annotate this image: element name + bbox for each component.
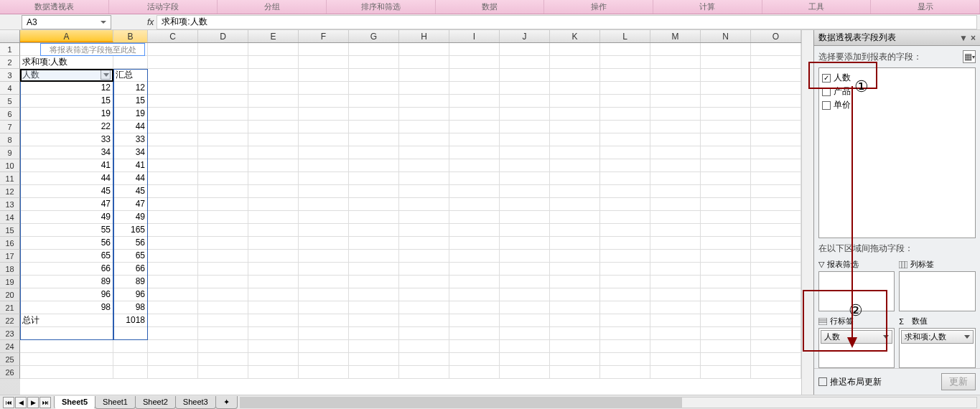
chevron-down-icon[interactable] <box>964 335 970 339</box>
filter-drop-area[interactable] <box>818 271 895 311</box>
cell[interactable] <box>650 133 701 146</box>
cell[interactable]: 19 <box>113 108 148 121</box>
horizontal-scrollbar[interactable] <box>240 397 977 408</box>
cell[interactable]: 19 <box>20 108 113 121</box>
fx-label[interactable]: fx <box>147 17 154 27</box>
cell[interactable] <box>148 95 198 108</box>
cell[interactable] <box>701 133 751 146</box>
cell[interactable] <box>600 108 650 121</box>
cell[interactable]: 34 <box>113 146 148 159</box>
cell[interactable] <box>600 82 650 95</box>
cell[interactable] <box>550 95 600 108</box>
cell[interactable] <box>650 340 701 353</box>
cell[interactable] <box>500 314 550 327</box>
cell[interactable] <box>650 82 701 95</box>
cell[interactable] <box>550 159 600 172</box>
cell[interactable] <box>650 185 701 198</box>
cell[interactable] <box>701 95 751 108</box>
cell[interactable] <box>349 133 399 146</box>
cell[interactable]: 15 <box>113 95 148 108</box>
cell[interactable] <box>751 288 801 301</box>
cell[interactable]: 41 <box>20 159 113 172</box>
cell[interactable] <box>299 263 349 276</box>
ribbon-tab[interactable]: 排序和筛选 <box>327 0 436 14</box>
cell[interactable] <box>198 288 248 301</box>
cell[interactable] <box>449 172 500 185</box>
cell[interactable] <box>349 276 399 288</box>
cell[interactable] <box>650 224 701 237</box>
cell[interactable] <box>449 69 500 82</box>
cell[interactable] <box>751 276 801 288</box>
cell[interactable] <box>600 366 650 379</box>
cell[interactable] <box>600 353 650 366</box>
cell[interactable] <box>600 56 650 69</box>
cell[interactable] <box>701 288 751 301</box>
cell[interactable] <box>349 366 399 379</box>
row-header[interactable]: 1 <box>0 43 20 56</box>
cell[interactable] <box>449 288 500 301</box>
cell[interactable] <box>148 172 198 185</box>
cell[interactable] <box>701 82 751 95</box>
cell[interactable] <box>751 263 801 276</box>
cell[interactable] <box>550 198 600 211</box>
pivot-filter-drop-hint[interactable]: 将报表筛选字段拖至此处 <box>40 43 145 56</box>
cell[interactable] <box>248 121 299 133</box>
cell[interactable] <box>349 211 399 224</box>
cell[interactable] <box>349 121 399 133</box>
cell[interactable] <box>399 172 449 185</box>
cell[interactable]: 求和项:人数 <box>20 56 113 69</box>
cell[interactable] <box>248 69 299 82</box>
cell[interactable] <box>399 340 449 353</box>
cell[interactable] <box>500 263 550 276</box>
cell[interactable] <box>550 211 600 224</box>
cell[interactable] <box>500 121 550 133</box>
cell[interactable] <box>299 314 349 327</box>
column-header[interactable]: N <box>701 30 751 42</box>
cell[interactable] <box>701 56 751 69</box>
cell[interactable] <box>20 340 113 353</box>
cell[interactable] <box>399 133 449 146</box>
cell[interactable] <box>449 314 500 327</box>
cell[interactable] <box>299 43 349 56</box>
cell[interactable] <box>299 133 349 146</box>
sheet-tab[interactable]: Sheet5 <box>54 396 95 409</box>
cell[interactable] <box>148 69 198 82</box>
cell[interactable] <box>198 108 248 121</box>
select-all-corner[interactable] <box>0 30 20 42</box>
cell[interactable]: 22 <box>20 121 113 133</box>
cell[interactable] <box>198 121 248 133</box>
cell[interactable] <box>299 276 349 288</box>
cell[interactable] <box>600 263 650 276</box>
cell[interactable] <box>248 172 299 185</box>
cell[interactable] <box>399 237 449 250</box>
cell[interactable] <box>449 250 500 263</box>
cell[interactable] <box>449 121 500 133</box>
cell[interactable] <box>751 185 801 198</box>
row-header[interactable]: 10 <box>0 159 20 172</box>
sheet-tab[interactable]: Sheet3 <box>175 396 216 409</box>
cell[interactable] <box>148 146 198 159</box>
cell[interactable] <box>349 263 399 276</box>
row-header[interactable]: 8 <box>0 133 20 146</box>
cell[interactable] <box>650 121 701 133</box>
row-header[interactable]: 4 <box>0 82 20 95</box>
cell[interactable] <box>751 56 801 69</box>
cell[interactable] <box>449 366 500 379</box>
layout-options-icon[interactable]: ▦▾ <box>963 50 976 63</box>
ribbon-tab[interactable]: 显示 <box>871 0 980 14</box>
cell[interactable] <box>550 133 600 146</box>
cell[interactable] <box>198 69 248 82</box>
cell[interactable] <box>248 185 299 198</box>
cell[interactable] <box>751 43 801 56</box>
cell[interactable] <box>751 108 801 121</box>
cell[interactable] <box>449 301 500 314</box>
cell[interactable] <box>650 276 701 288</box>
cell[interactable] <box>751 159 801 172</box>
column-header[interactable]: A <box>20 30 113 42</box>
cell[interactable] <box>449 133 500 146</box>
cell[interactable] <box>248 108 299 121</box>
cell[interactable] <box>500 108 550 121</box>
field-item[interactable]: 产品 <box>822 85 973 98</box>
cell[interactable] <box>248 198 299 211</box>
cell[interactable] <box>701 276 751 288</box>
